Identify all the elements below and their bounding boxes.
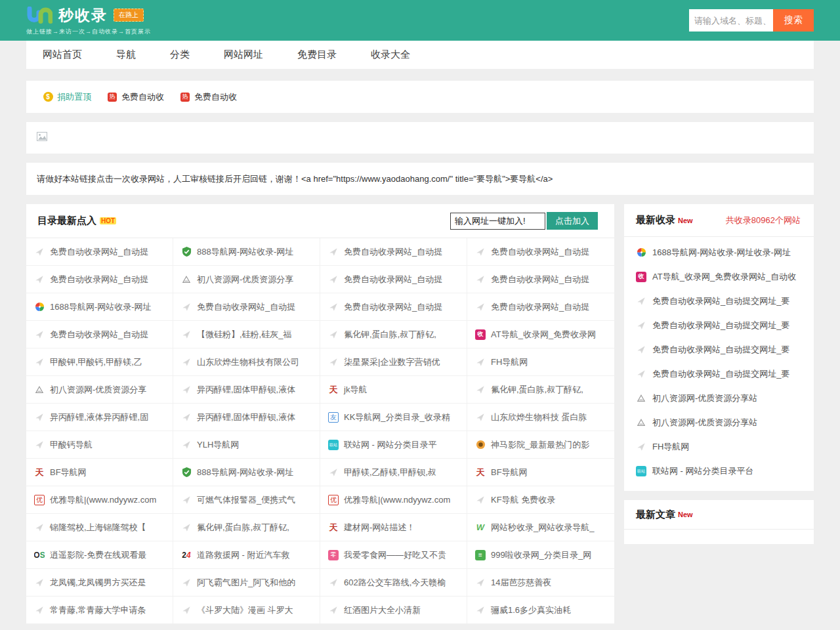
directory-link[interactable]: 888导航网-网站收录-网址 [173, 238, 320, 266]
directory-link[interactable]: 初八资源网-优质资源分享 [173, 266, 320, 293]
sidebar-link[interactable]: 联站联站网 - 网站分类目录平台 [624, 459, 814, 483]
directory-link[interactable]: 天jk导航 [320, 376, 467, 404]
directory-link[interactable]: 氟化钾,蛋白胨,叔丁醇钇, [173, 514, 320, 541]
plane-icon [475, 385, 486, 395]
directory-link[interactable]: 甲酸钾,甲酸钙,甲醇镁,乙 [26, 348, 173, 376]
directory-link[interactable]: 初八资源网-优质资源分享 [26, 376, 173, 404]
directory-link[interactable]: ≡999啦收录网_分类目录_网 [467, 541, 614, 569]
directory-link[interactable]: 红酒图片大全小清新 [320, 597, 467, 624]
directory-link-label: 免费自动收录网站_自动提 [197, 301, 295, 313]
nav-item-5[interactable]: 收录大全 [371, 49, 410, 61]
sidebar-link[interactable]: 收AT导航_收录网_免费收录网站_自动收 [624, 264, 814, 289]
new-badge: New [678, 217, 693, 224]
directory-link[interactable]: 山东欣烨生物科技有限公司 [173, 348, 320, 376]
tian-icon: 天 [34, 467, 45, 478]
directory-link[interactable]: 甲酸钙导航 [26, 431, 173, 459]
quickbar: $捐助置顶热免费自动收热免费自动收 [26, 81, 814, 113]
directory-link[interactable]: 山东欣烨生物科技 蛋白胨 [467, 404, 614, 431]
directory-link[interactable]: 零我爱零食网——好吃又不贵 [320, 541, 467, 569]
sidebar-link[interactable]: FH导航网 [624, 434, 814, 459]
directory-link[interactable]: 异丙醇锂,液体异丙醇锂,固 [26, 404, 173, 431]
quickbar-item-label: 捐助置顶 [57, 91, 91, 103]
nav-item-3[interactable]: 网站网址 [224, 49, 263, 61]
directory-link[interactable]: 1688导航网-网站收录-网址 [26, 293, 173, 321]
nav-item-1[interactable]: 导航 [116, 49, 136, 61]
directory-link[interactable]: KF导航 免费收录 [467, 486, 614, 514]
sidebar-link[interactable]: 1688导航网-网站收录-网址收录-网址 [624, 240, 814, 264]
directory-link[interactable]: 免费自动收录网站_自动提 [320, 266, 467, 293]
quickbar-item[interactable]: $捐助置顶 [43, 91, 91, 103]
directory-link[interactable]: YLH导航网 [173, 431, 320, 459]
directory-link[interactable]: 阿飞霸气图片_阿飞和他的 [173, 569, 320, 597]
directory-link[interactable]: 免费自动收录网站_自动提 [26, 266, 173, 293]
sidebar-link[interactable]: 初八资源网-优质资源分享站 [624, 410, 814, 434]
join-url-input[interactable] [450, 213, 545, 230]
plane-icon [475, 357, 486, 368]
directory-link[interactable]: 友KK导航网_分类目录_收录精 [320, 404, 467, 431]
sidebar-link[interactable]: 免费自动收录网站_自动提交网址_要 [624, 362, 814, 386]
sidebar-link[interactable]: 免费自动收录网站_自动提交网址_要 [624, 313, 814, 337]
sidebar-link[interactable]: 初八资源网-优质资源分享站 [624, 386, 814, 410]
directory-link[interactable]: 【微硅粉】,硅粉,硅灰_福 [173, 321, 320, 348]
youred-icon: 优 [34, 495, 45, 505]
search-input[interactable] [689, 9, 773, 32]
site-logo-icon [26, 7, 52, 24]
directory-link[interactable]: 氟化钾,蛋白胨,叔丁醇钇, [320, 321, 467, 348]
nav-item-2[interactable]: 分类 [170, 49, 190, 61]
directory-link[interactable]: 602路公交车路线,今天赣榆 [320, 569, 467, 597]
pinwheel-icon [34, 302, 45, 312]
directory-link[interactable]: 14届芭莎慈善夜 [467, 569, 614, 597]
directory-link[interactable]: 骊威1.6多少真实油耗 [467, 597, 614, 624]
directory-link-label: 可燃气体报警器_便携式气 [197, 494, 295, 506]
directory-link[interactable]: 神马影院_最新最热门的影 [467, 431, 614, 459]
directory-link[interactable]: 常青藤,常青藤大学申请条 [26, 597, 173, 624]
directory-link[interactable]: 888导航网-网站收录-网址 [173, 459, 320, 486]
directory-link[interactable]: 《斗罗大陆》漫画 斗罗大 [173, 597, 320, 624]
directory-link[interactable]: 24道路救援网 - 附近汽车救 [173, 541, 320, 569]
directory-link-label: 【微硅粉】,硅粉,硅灰_福 [197, 329, 291, 341]
logo-block: 秒收录 在路上 做上链接→来访一次→自动收录→首页展示 [26, 5, 151, 36]
directory-link[interactable]: 优优雅导航|(www.ndyywz.com [26, 486, 173, 514]
sidebar-link[interactable]: 免费自动收录网站_自动提交网址_要 [624, 337, 814, 362]
directory-link[interactable]: 联站联站网 - 网站分类目录平 [320, 431, 467, 459]
tian-icon: 天 [328, 522, 339, 533]
directory-link[interactable]: 异丙醇锂,固体甲醇钡,液体 [173, 376, 320, 404]
directory-link[interactable]: 免费自动收录网站_自动提 [467, 266, 614, 293]
directory-link[interactable]: OS逍遥影院-免费在线观看最 [26, 541, 173, 569]
directory-link[interactable]: 免费自动收录网站_自动提 [26, 238, 173, 266]
directory-link[interactable]: 免费自动收录网站_自动提 [467, 238, 614, 266]
directory-link[interactable]: FH导航网 [467, 348, 614, 376]
plane-icon [181, 605, 192, 616]
directory-link-label: 氟化钾,蛋白胨,叔丁醇钇, [344, 329, 436, 341]
directory-link-label: 888导航网-网站收录-网址 [197, 246, 293, 258]
directory-link-label: 初八资源网-优质资源分享 [197, 274, 293, 285]
directory-link[interactable]: 氟化钾,蛋白胨,叔丁醇钇, [467, 376, 614, 404]
join-button[interactable]: 点击加入 [547, 212, 598, 230]
directory-link[interactable]: 免费自动收录网站_自动提 [26, 321, 173, 348]
directory-link[interactable]: 免费自动收录网站_自动提 [320, 293, 467, 321]
plane-icon [328, 247, 339, 257]
search-button[interactable]: 搜索 [773, 9, 814, 32]
directory-link[interactable]: 免费自动收录网站_自动提 [467, 293, 614, 321]
directory-link[interactable]: 柒星聚采|企业数字营销优 [320, 348, 467, 376]
directory-link[interactable]: 免费自动收录网站_自动提 [320, 238, 467, 266]
quickbar-item[interactable]: 热免费自动收 [107, 91, 164, 103]
directory-link[interactable]: 异丙醇锂,固体甲醇钡,液体 [173, 404, 320, 431]
quickbar-item[interactable]: 热免费自动收 [180, 91, 237, 103]
directory-link[interactable]: 天建材网-网站描述！ [320, 514, 467, 541]
directory-link[interactable]: W网站秒收录_网站收录导航_ [467, 514, 614, 541]
directory-link[interactable]: 免费自动收录网站_自动提 [173, 293, 320, 321]
directory-link[interactable]: 天BF导航网 [467, 459, 614, 486]
nav-item-0[interactable]: 网站首页 [43, 49, 82, 61]
directory-link[interactable]: 甲醇镁,乙醇镁,甲醇钡,叔 [320, 459, 467, 486]
directory-link[interactable]: 龙凤镯,龙凤镯男方买还是 [26, 569, 173, 597]
directory-link[interactable]: 收AT导航_收录网_免费收录网 [467, 321, 614, 348]
directory-link[interactable]: 锦隆驾校,上海锦隆驾校【 [26, 514, 173, 541]
directory-link[interactable]: 天BF导航网 [26, 459, 173, 486]
youred-icon: 优 [328, 495, 339, 505]
sidebar-link[interactable]: 免费自动收录网站_自动提交网址_要 [624, 289, 814, 313]
site-tagline: 做上链接→来访一次→自动收录→首页展示 [26, 28, 151, 36]
nav-item-4[interactable]: 免费目录 [297, 49, 337, 61]
directory-link[interactable]: 可燃气体报警器_便携式气 [173, 486, 320, 514]
directory-link[interactable]: 优优雅导航|(www.ndyywz.com [320, 486, 467, 514]
